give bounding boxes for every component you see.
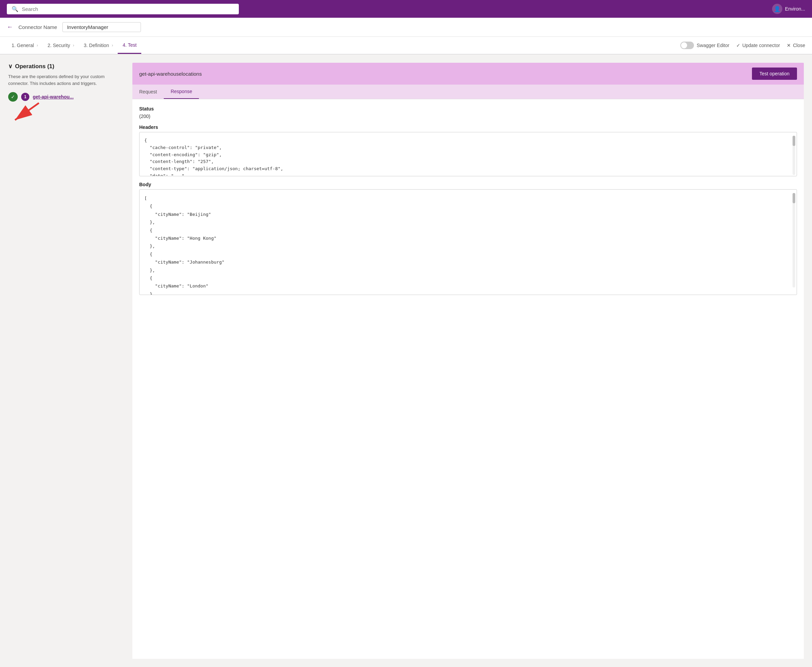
topbar-right: 👤 Environ... <box>772 4 805 14</box>
svg-line-1 <box>15 103 39 120</box>
step-definition-label: 3. Definition <box>84 43 109 48</box>
body-content: [ { "cityName": "Beijing" }, { "cityName… <box>144 194 792 295</box>
step-security-label: 2. Security <box>47 43 70 48</box>
search-icon: 🔍 <box>12 6 18 12</box>
search-container[interactable]: 🔍 <box>7 4 239 14</box>
status-label: Status <box>139 106 797 111</box>
step-general[interactable]: 1. General › <box>7 37 43 54</box>
headers-label: Headers <box>139 124 797 130</box>
body-code-box[interactable]: [ { "cityName": "Beijing" }, { "cityName… <box>139 189 797 295</box>
swagger-toggle[interactable]: Swagger Editor <box>680 41 729 49</box>
connector-label: Connector Name <box>18 24 57 30</box>
step-general-label: 1. General <box>12 43 34 48</box>
headers-scrollbar-thumb <box>792 136 795 146</box>
test-operation-button[interactable]: Test operation <box>752 68 797 80</box>
body-label: Body <box>139 182 797 187</box>
step-security[interactable]: 2. Security › <box>43 37 79 54</box>
arrow-annotation <box>8 103 124 123</box>
operation-name-link[interactable]: get-api-warehou... <box>33 94 74 100</box>
steps-bar: 1. General › 2. Security › 3. Definition… <box>0 37 812 55</box>
red-arrow-icon <box>5 100 46 127</box>
env-icon: 👤 <box>772 4 782 14</box>
body-scrollbar <box>792 193 795 287</box>
operations-description: These are the operations defined by your… <box>8 73 124 86</box>
api-header-bar: get-api-warehouselocations Test operatio… <box>132 63 804 85</box>
checkmark-icon: ✓ <box>736 43 740 48</box>
headers-scrollbar <box>792 136 795 175</box>
right-panel: get-api-warehouselocations Test operatio… <box>132 63 804 659</box>
update-connector-button[interactable]: ✓ Update connector <box>736 43 780 48</box>
search-input[interactable] <box>22 6 234 12</box>
connector-name-input[interactable] <box>62 22 141 32</box>
api-name-label: get-api-warehouselocations <box>139 71 201 77</box>
tabs-bar: Request Response <box>132 85 804 99</box>
toolbar-right: Swagger Editor ✓ Update connector ✕ Clos… <box>680 37 805 54</box>
status-value: (200) <box>139 114 797 119</box>
close-icon: ✕ <box>787 43 791 48</box>
swagger-toggle-switch[interactable] <box>680 41 694 49</box>
step-test[interactable]: 4. Test <box>118 37 141 54</box>
swagger-label: Swagger Editor <box>697 43 729 48</box>
tab-request[interactable]: Request <box>132 85 164 98</box>
chevron-1-icon: › <box>37 43 38 48</box>
response-content: Status (200) Headers { "cache-control": … <box>132 99 804 659</box>
headers-code-box[interactable]: { "cache-control": "private", "content-e… <box>139 132 797 176</box>
tab-response[interactable]: Response <box>164 85 199 99</box>
body-scrollbar-thumb <box>792 193 795 203</box>
close-button[interactable]: ✕ Close <box>787 43 805 48</box>
close-label: Close <box>793 43 805 48</box>
operations-header: ∨ Operations (1) <box>8 63 124 70</box>
back-button[interactable]: ← <box>7 23 13 31</box>
env-label: Environ... <box>785 6 805 12</box>
operations-title: Operations (1) <box>15 63 54 70</box>
update-label: Update connector <box>742 43 780 48</box>
chevron-3-icon: › <box>111 43 113 48</box>
chevron-2-icon: › <box>73 43 74 48</box>
top-bar: 🔍 👤 Environ... <box>0 0 812 18</box>
left-panel: ∨ Operations (1) These are the operation… <box>8 63 124 659</box>
headers-content: { "cache-control": "private", "content-e… <box>144 137 792 176</box>
step-definition[interactable]: 3. Definition › <box>79 37 118 54</box>
collapse-icon[interactable]: ∨ <box>8 63 12 70</box>
connector-bar: ← Connector Name <box>0 18 812 37</box>
step-test-label: 4. Test <box>123 42 136 48</box>
main-content: ∨ Operations (1) These are the operation… <box>0 55 812 667</box>
